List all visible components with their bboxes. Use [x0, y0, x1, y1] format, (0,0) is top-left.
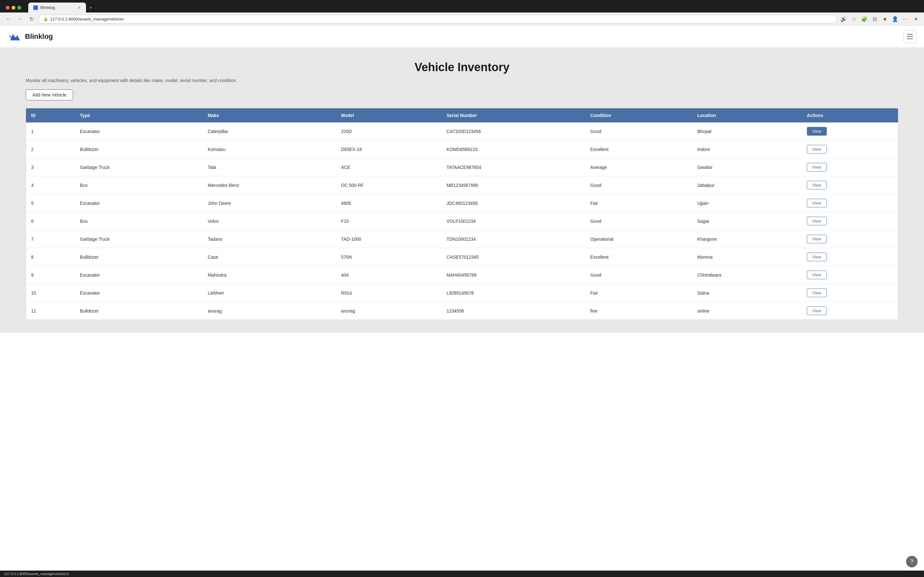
hamburger-button[interactable]: [903, 30, 916, 43]
settings-button[interactable]: ⋯: [901, 15, 910, 23]
cell-6: Khargone: [692, 230, 801, 248]
col-condition: Condition: [585, 108, 692, 122]
page-wrapper: Blinklog Vehicle Inventory Monitor all m…: [0, 26, 924, 574]
cell-6: Ujjain: [692, 194, 801, 212]
fullscreen-dot[interactable]: [17, 6, 21, 10]
cell-actions: View: [802, 266, 898, 284]
vehicle-table: ID Type Make Model Serial Number Conditi…: [26, 108, 898, 319]
add-vehicle-button[interactable]: Add New Vehicle: [26, 89, 73, 100]
status-bar: 127.0.0.1:8000/assets_manage/vehicle/1/: [0, 571, 924, 574]
view-button-2[interactable]: View: [807, 145, 827, 153]
view-button-6[interactable]: View: [807, 217, 827, 226]
table-row: 11Bulldozeranuraganurag1234556fineonline…: [26, 302, 898, 320]
cell-4: MB1234567890: [441, 176, 585, 194]
cell-6: Bhopal: [692, 122, 801, 140]
cell-5: Excellent: [585, 248, 692, 266]
tab-favicon: [33, 5, 38, 10]
cell-0: 10: [26, 284, 75, 302]
cell-1: Excavator: [75, 266, 202, 284]
col-type: Type: [75, 108, 202, 122]
close-dot[interactable]: [6, 6, 10, 10]
tab-label: Blinklog: [40, 5, 55, 10]
main-content: Vehicle Inventory Monitor all machinery,…: [0, 48, 924, 333]
view-button-7[interactable]: View: [807, 235, 827, 243]
cell-6: online: [692, 302, 801, 320]
cell-3: 404: [336, 266, 441, 284]
cell-2: Komatsu: [202, 140, 336, 158]
help-button[interactable]: ?: [906, 556, 918, 567]
cell-5: Good: [585, 176, 692, 194]
split-view-button[interactable]: ⊟: [870, 15, 879, 23]
cell-3: OC 500 RF: [336, 176, 441, 194]
url-text: 127.0.0.1:8000/assets_manage/vehicle/: [50, 17, 124, 21]
active-tab[interactable]: Blinklog ✕: [28, 3, 86, 13]
cell-0: 3: [26, 158, 75, 176]
view-button-11[interactable]: View: [807, 306, 827, 315]
status-url: 127.0.0.1:8000/assets_manage/vehicle/1/: [4, 572, 69, 574]
view-button-4[interactable]: View: [807, 181, 827, 189]
tab-close-button[interactable]: ✕: [78, 5, 81, 10]
cell-0: 5: [26, 194, 75, 212]
col-serial: Serial Number: [441, 108, 585, 122]
cell-3: 460E: [336, 194, 441, 212]
cell-6: Chhindwara: [692, 266, 801, 284]
cell-5: Good: [585, 266, 692, 284]
bookmark-button[interactable]: ☆: [850, 15, 859, 23]
table-header-row: ID Type Make Model Serial Number Conditi…: [26, 108, 898, 122]
cell-0: 2: [26, 140, 75, 158]
cell-2: Tata: [202, 158, 336, 176]
cell-3: 570N: [336, 248, 441, 266]
view-button-9[interactable]: View: [807, 271, 827, 279]
view-button-3[interactable]: View: [807, 163, 827, 171]
cell-2: John Deere: [202, 194, 336, 212]
cell-1: Garbage Truck: [75, 158, 202, 176]
cell-1: Bulldozer: [75, 140, 202, 158]
cell-actions: View: [802, 194, 898, 212]
secure-icon: 🔒: [43, 17, 48, 21]
read-aloud-button[interactable]: 🔊: [839, 15, 848, 23]
page-title: Vehicle Inventory: [26, 61, 898, 74]
hamburger-line-1: [907, 34, 913, 35]
cell-0: 9: [26, 266, 75, 284]
profile-button[interactable]: 👤: [891, 15, 900, 23]
cell-4: CAT320D123456: [441, 122, 585, 140]
view-button-8[interactable]: View: [807, 253, 827, 261]
cell-2: Tadano: [202, 230, 336, 248]
col-make: Make: [202, 108, 336, 122]
navbar: Blinklog: [0, 26, 924, 48]
hamburger-line-3: [907, 39, 913, 39]
cell-6: Jabalpur: [692, 176, 801, 194]
extensions-button[interactable]: 🧩: [860, 15, 869, 23]
cell-6: Indore: [692, 140, 801, 158]
cell-5: Excellent: [585, 140, 692, 158]
hamburger-line-2: [907, 36, 913, 37]
view-button-10[interactable]: View: [807, 288, 827, 297]
cell-5: Average: [585, 158, 692, 176]
url-bar[interactable]: 🔒 127.0.0.1:8000/assets_manage/vehicle/: [39, 15, 837, 23]
cell-5: Good: [585, 212, 692, 230]
new-tab-button[interactable]: +: [86, 3, 95, 13]
forward-button[interactable]: →: [15, 15, 24, 23]
cell-2: Liebherr: [202, 284, 336, 302]
vehicle-table-container: ID Type Make Model Serial Number Conditi…: [26, 108, 898, 320]
logo-area: Blinklog: [8, 29, 53, 44]
cell-4: KOMD6589123: [441, 140, 585, 158]
view-button-1[interactable]: View: [807, 127, 827, 135]
cell-1: Bulldozer: [75, 302, 202, 320]
favorites-button[interactable]: ★: [880, 15, 889, 23]
cell-4: LIEB9145678: [441, 284, 585, 302]
view-button-5[interactable]: View: [807, 199, 827, 207]
back-button[interactable]: ←: [4, 15, 13, 23]
cell-1: Excavator: [75, 194, 202, 212]
page-subtitle: Monitor all machinery, vehicles, and equ…: [26, 78, 898, 83]
cell-4: CASE57012345: [441, 248, 585, 266]
cell-2: Mercedes-Benz: [202, 176, 336, 194]
cell-3: F10: [336, 212, 441, 230]
cell-2: Volvo: [202, 212, 336, 230]
copilot-button[interactable]: ✦: [911, 15, 920, 23]
minimize-dot[interactable]: [11, 6, 15, 10]
cell-5: Operational: [585, 230, 692, 248]
cell-1: Bus: [75, 176, 202, 194]
table-row: 8BulldozerCase570NCASE57012345ExcellentM…: [26, 248, 898, 266]
refresh-button[interactable]: ↻: [27, 15, 36, 23]
